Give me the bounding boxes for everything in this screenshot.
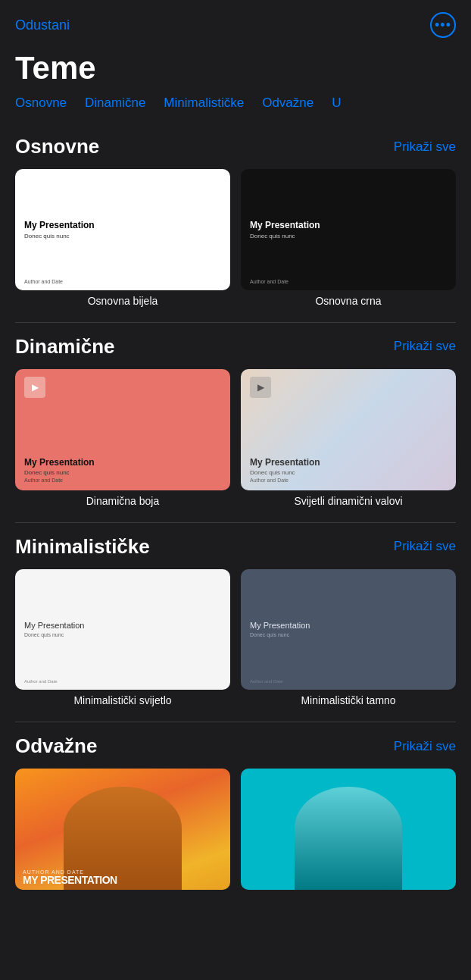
cards-row-odvazne: AUTHOR AND DATE MY PRESEN­TATION [15, 769, 456, 897]
pres-sub-bijela: Donec quis nunc [24, 233, 221, 240]
thumbnail-odvazna-2 [241, 769, 456, 890]
thumbnail-min-dark: My Presentation Donec quis nunc Author a… [241, 569, 456, 690]
more-icon: ••• [435, 17, 451, 33]
pres-sub-min-light: Donec quis nunc [24, 632, 221, 637]
thumbnail-bijela: My Presentation Donec quis nunc Author a… [15, 169, 230, 290]
pres-sub-crna: Donec quis nunc [250, 233, 447, 240]
thumbnail-crna: My Presentation Donec quis nunc Author a… [241, 169, 456, 290]
page-title: Teme [0, 44, 471, 95]
tab-minimalisticke[interactable]: Minimalističke [164, 95, 244, 111]
pres-author-dinamicni-valovi: Author and Date [250, 477, 447, 483]
show-all-odvazne[interactable]: Prikaži sve [394, 739, 456, 754]
section-title-odvazne: Odvažne [15, 734, 97, 758]
cards-row-minimalisticke: My Presentation Donec quis nunc Author a… [15, 569, 456, 710]
cancel-button[interactable]: Odustani [15, 17, 70, 33]
person-silhouette-2 [295, 787, 402, 890]
pres-sub-min-dark: Donec quis nunc [250, 632, 447, 637]
thumbnail-min-light: My Presentation Donec quis nunc Author a… [15, 569, 230, 690]
card-label-dinamicni-valovi: Svijetli dinamični valovi [241, 495, 456, 510]
pres-title-crna: My Presentation [250, 220, 447, 230]
show-all-osnovne[interactable]: Prikaži sve [394, 139, 456, 155]
section-header-osnovne: Osnovne Prikaži sve [15, 135, 456, 158]
pres-title-bijela: My Presentation [24, 220, 221, 230]
card-odvazna-2[interactable] [241, 769, 456, 897]
pres-sub-dinamicni-valovi: Donec quis nunc [250, 469, 447, 476]
show-all-dinamicne[interactable]: Prikaži sve [394, 339, 456, 354]
section-odvazne: Odvažne Prikaži sve AUTHOR AND DATE MY P… [0, 722, 471, 903]
cards-row-dinamicne: ▶ My Presentation Donec quis nunc Author… [15, 369, 456, 510]
pres-title-min-dark: My Presentation [250, 621, 447, 630]
card-minimalisticki-tamno[interactable]: My Presentation Donec quis nunc Author a… [241, 569, 456, 710]
play-icon-2: ▶ [250, 377, 271, 398]
tab-osnovne[interactable]: Osnovne [15, 95, 67, 111]
card-minimalisticki-svijetlo[interactable]: My Presentation Donec quis nunc Author a… [15, 569, 230, 710]
tab-u[interactable]: U [332, 95, 341, 111]
card-odvazna-1[interactable]: AUTHOR AND DATE MY PRESEN­TATION [15, 769, 230, 897]
card-dinamicna-boja[interactable]: ▶ My Presentation Donec quis nunc Author… [15, 369, 230, 510]
section-header-dinamicne: Dinamične Prikaži sve [15, 335, 456, 358]
cards-row-osnovne: My Presentation Donec quis nunc Author a… [15, 169, 456, 310]
filter-tabs: Osnovne Dinamične Minimalističke Odvažne… [0, 95, 471, 123]
thumbnail-odvazna-1: AUTHOR AND DATE MY PRESEN­TATION [15, 769, 230, 890]
card-osnovna-bijela[interactable]: My Presentation Donec quis nunc Author a… [15, 169, 230, 310]
tab-odvazne[interactable]: Odvažne [262, 95, 313, 111]
thumbnail-dinamicna-boja: ▶ My Presentation Donec quis nunc Author… [15, 369, 230, 490]
bold-text-overlay: AUTHOR AND DATE MY PRESEN­TATION [23, 869, 223, 885]
bold-pres-title-1: MY PRESEN­TATION [23, 875, 223, 885]
top-bar: Odustani ••• [0, 0, 471, 44]
play-icon-1: ▶ [24, 377, 45, 398]
tab-dinamicne[interactable]: Dinamične [85, 95, 145, 111]
pres-title-dinamicni-valovi: My Presentation [250, 457, 447, 468]
card-label-bijela: Osnovna bijela [15, 295, 230, 310]
section-header-odvazne: Odvažne Prikaži sve [15, 734, 456, 758]
card-label-min-dark: Minimalistički tamno [241, 694, 456, 709]
section-header-minimalisticke: Minimalističke Prikaži sve [15, 535, 456, 559]
section-title-osnovne: Osnovne [15, 135, 99, 158]
pres-title-dinamicna-boja: My Presentation [24, 457, 221, 468]
card-label-odvazna-1 [15, 894, 230, 897]
pres-author-dinamicna-boja: Author and Date [24, 477, 221, 483]
show-all-minimalisticke[interactable]: Prikaži sve [394, 539, 456, 554]
card-label-min-light: Minimalistički svijetlo [15, 694, 230, 709]
section-minimalisticke: Minimalističke Prikaži sve My Presentati… [0, 523, 471, 716]
card-label-odvazna-2 [241, 894, 456, 897]
section-title-dinamicne: Dinamične [15, 335, 115, 358]
thumbnail-dinamicni-valovi: ▶ My Presentation Donec quis nunc Author… [241, 369, 456, 490]
card-label-dinamicna-boja: Dinamična boja [15, 495, 230, 510]
pres-author-crna: Author and Date [250, 279, 289, 284]
section-dinamicne: Dinamične Prikaži sve ▶ My Presentation … [0, 323, 471, 516]
pres-author-min-light: Author and Date [24, 679, 58, 684]
card-label-crna: Osnovna crna [241, 295, 456, 310]
pres-title-min-light: My Presentation [24, 621, 221, 630]
pres-author-min-dark: Author and Date [250, 679, 283, 684]
pres-author-bijela: Author and Date [24, 279, 63, 284]
more-button[interactable]: ••• [430, 12, 456, 38]
card-dinamicni-valovi[interactable]: ▶ My Presentation Donec quis nunc Author… [241, 369, 456, 510]
section-osnovne: Osnovne Prikaži sve My Presentation Done… [0, 123, 471, 316]
section-title-minimalisticke: Minimalističke [15, 535, 150, 559]
card-osnovna-crna[interactable]: My Presentation Donec quis nunc Author a… [241, 169, 456, 310]
pres-sub-dinamicna-boja: Donec quis nunc [24, 469, 221, 476]
